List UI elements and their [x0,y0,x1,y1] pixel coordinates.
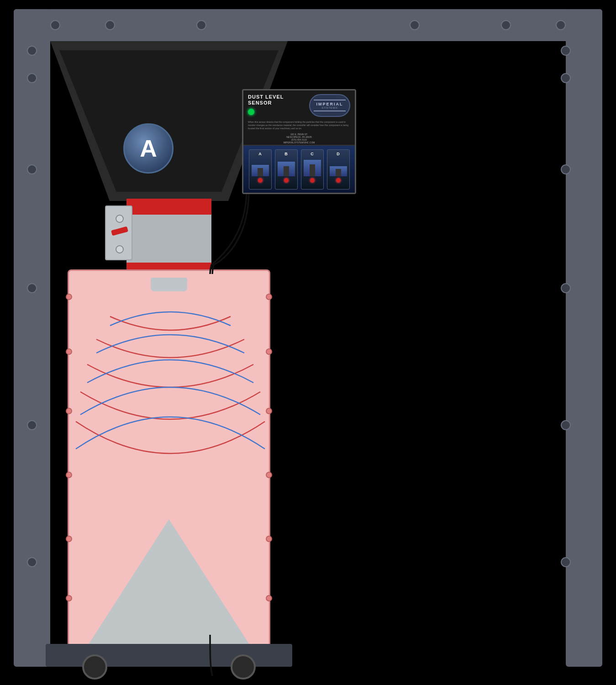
drum-dot [66,408,72,414]
sensor-icon-a [252,157,269,176]
drum-dot [266,294,272,300]
control-box-header: DUST LEVEL SENSOR IMPERIAL SYSTEMS [243,90,355,119]
drum-dot [66,536,72,542]
sensor-tower-b [284,166,289,176]
imperial-brand: IMPERIAL [316,102,343,106]
drum-dot [266,472,272,478]
sensor-icon-c [304,157,321,176]
frame-hole [561,46,571,56]
panel-dial [111,227,128,236]
sensor-led-a [258,178,263,183]
neck [126,199,211,263]
wheel-right [231,654,256,680]
frame-hole [105,20,115,30]
frame-hole [27,283,37,293]
sensor-label-d: D [337,152,340,156]
sensor-unit-b: B [275,149,298,190]
drum [68,269,270,648]
drum-dot [266,408,272,414]
sensor-led-b [284,178,289,183]
imperial-brand-sub: SYSTEMS [321,106,338,109]
scene: A [0,0,616,685]
frame-hole [561,420,571,430]
sensor-tower-d [336,169,341,176]
dust-triangle [87,519,251,647]
panel-circle-bottom [116,245,124,253]
sensor-icon-b [278,157,295,176]
frame-hole [501,20,511,30]
control-box-description: When this sensor detects that the compon… [243,119,355,132]
logo-line-bottom [314,111,346,111]
sensor-led-c [310,178,315,183]
frame-hole [561,557,571,567]
frame-hole [561,73,571,83]
side-panel [105,206,132,260]
drum-dot [266,595,272,601]
frame-hole [50,20,60,30]
sensor-unit-a: A [249,149,272,190]
frame-hole [196,20,206,30]
panel-circle-top [116,215,124,223]
frame-hole [27,557,37,567]
frame-hole [561,283,571,293]
sensor-label-c: C [311,152,314,156]
neck-red-top [126,199,211,217]
sensor-label-b: B [284,152,288,156]
control-box-address: 100 E. PENN ST. NESCOPECK, PA 18635 (570… [243,132,355,145]
wheel-left [82,654,107,680]
sensor-label-a: A [258,152,262,156]
control-box-title: DUST LEVEL SENSOR [248,94,309,106]
frame-hole [27,420,37,430]
logo-line-top [314,100,346,100]
sensor-tower-a [258,168,263,176]
sensor-unit-d: D [327,149,350,190]
control-box: DUST LEVEL SENSOR IMPERIAL SYSTEMS When … [242,89,356,194]
drum-dot [66,595,72,601]
frame-left [14,9,50,667]
drum-dot [66,472,72,478]
frame-hole [27,164,37,174]
frame-top [14,9,602,41]
sensor-display: A B C [243,145,355,193]
sensor-led-d [336,178,341,183]
frame-hole [410,20,420,30]
drum-dot [266,348,272,355]
sensor-icon-d [330,157,347,176]
frame-hole [27,73,37,83]
drum-base [46,644,292,667]
drum-dot [66,348,72,355]
dust-pile [69,487,269,647]
neck-gray [126,215,211,265]
drum-dot [66,294,72,300]
sensor-tower-c [310,164,315,176]
frame-hole [561,164,571,174]
frame-right [566,9,602,667]
imperial-logo: IMPERIAL SYSTEMS [309,94,350,117]
drum-dot [266,536,272,542]
badge-a: A [123,123,174,174]
frame-hole [556,20,566,30]
status-led [248,109,254,115]
frame-hole [27,46,37,56]
sensor-unit-c: C [301,149,324,190]
